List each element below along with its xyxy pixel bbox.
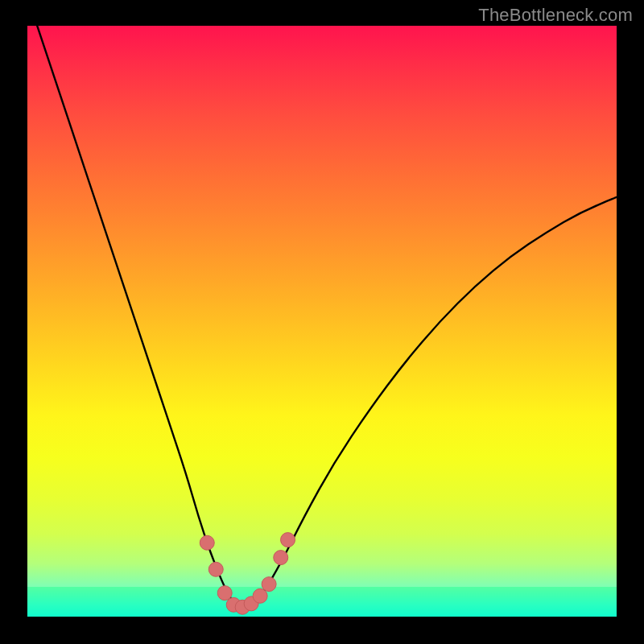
curve-marker [274, 551, 288, 565]
watermark-text: TheBottleneck.com [478, 5, 633, 26]
curve-marker [262, 577, 276, 592]
chart-frame: TheBottleneck.com [0, 0, 644, 644]
curve-marker [200, 535, 214, 550]
curve-marker [217, 586, 232, 601]
bottleneck-curve [27, 0, 617, 608]
curve-marker [281, 533, 295, 547]
curve-marker [253, 588, 267, 603]
curve-marker [208, 562, 223, 576]
chart-svg [27, 26, 617, 617]
curve-markers [200, 533, 295, 615]
